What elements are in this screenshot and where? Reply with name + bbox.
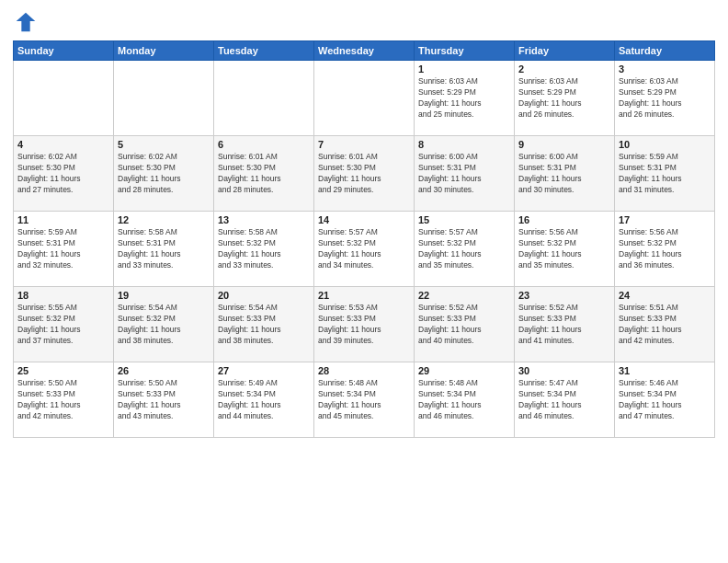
calendar-cell (314, 61, 415, 136)
day-number: 31 (619, 365, 711, 376)
day-number: 26 (118, 365, 210, 376)
day-number: 13 (218, 214, 310, 225)
day-number: 15 (418, 214, 510, 225)
day-info: Sunrise: 6:03 AM Sunset: 5:29 PM Dayligh… (518, 76, 610, 121)
day-number: 14 (318, 214, 410, 225)
day-info: Sunrise: 6:00 AM Sunset: 5:31 PM Dayligh… (518, 152, 610, 196)
day-info: Sunrise: 5:48 AM Sunset: 5:34 PM Dayligh… (418, 378, 510, 422)
calendar-cell: 14Sunrise: 5:57 AM Sunset: 5:32 PM Dayli… (314, 212, 415, 287)
svg-marker-0 (17, 13, 36, 32)
day-number: 19 (118, 290, 210, 301)
calendar-cell: 25Sunrise: 5:50 AM Sunset: 5:33 PM Dayli… (14, 362, 114, 438)
calendar-cell: 15Sunrise: 5:57 AM Sunset: 5:32 PM Dayli… (415, 212, 515, 287)
day-info: Sunrise: 5:49 AM Sunset: 5:34 PM Dayligh… (218, 378, 310, 422)
day-info: Sunrise: 5:58 AM Sunset: 5:31 PM Dayligh… (118, 227, 210, 271)
day-info: Sunrise: 5:54 AM Sunset: 5:32 PM Dayligh… (118, 303, 210, 347)
day-info: Sunrise: 5:55 AM Sunset: 5:32 PM Dayligh… (17, 303, 109, 347)
calendar-week-5: 25Sunrise: 5:50 AM Sunset: 5:33 PM Dayli… (14, 362, 715, 438)
calendar-cell: 18Sunrise: 5:55 AM Sunset: 5:32 PM Dayli… (14, 287, 114, 362)
weekday-header-thursday: Thursday (415, 41, 515, 61)
day-info: Sunrise: 5:59 AM Sunset: 5:31 PM Dayligh… (17, 227, 109, 271)
calendar-cell: 26Sunrise: 5:50 AM Sunset: 5:33 PM Dayli… (114, 362, 214, 438)
day-number: 22 (418, 290, 510, 301)
calendar-cell: 19Sunrise: 5:54 AM Sunset: 5:32 PM Dayli… (114, 287, 214, 362)
calendar-cell: 8Sunrise: 6:00 AM Sunset: 5:31 PM Daylig… (415, 136, 515, 212)
day-info: Sunrise: 5:50 AM Sunset: 5:33 PM Dayligh… (17, 378, 109, 422)
weekday-header-sunday: Sunday (14, 41, 114, 61)
logo (13, 9, 42, 35)
calendar-week-3: 11Sunrise: 5:59 AM Sunset: 5:31 PM Dayli… (14, 212, 715, 287)
calendar-cell: 12Sunrise: 5:58 AM Sunset: 5:31 PM Dayli… (114, 212, 214, 287)
day-number: 11 (17, 214, 109, 225)
calendar-cell: 6Sunrise: 6:01 AM Sunset: 5:30 PM Daylig… (214, 136, 314, 212)
calendar-cell: 5Sunrise: 6:02 AM Sunset: 5:30 PM Daylig… (114, 136, 214, 212)
day-number: 27 (218, 365, 310, 376)
day-info: Sunrise: 5:51 AM Sunset: 5:33 PM Dayligh… (619, 303, 711, 347)
calendar-cell (214, 61, 314, 136)
day-info: Sunrise: 6:03 AM Sunset: 5:29 PM Dayligh… (619, 76, 711, 121)
calendar-cell: 9Sunrise: 6:00 AM Sunset: 5:31 PM Daylig… (515, 136, 615, 212)
weekday-header-row: SundayMondayTuesdayWednesdayThursdayFrid… (14, 41, 715, 61)
day-info: Sunrise: 5:58 AM Sunset: 5:32 PM Dayligh… (218, 227, 310, 271)
weekday-header-wednesday: Wednesday (314, 41, 415, 61)
day-info: Sunrise: 5:53 AM Sunset: 5:33 PM Dayligh… (318, 303, 410, 347)
day-info: Sunrise: 6:00 AM Sunset: 5:31 PM Dayligh… (418, 152, 510, 196)
day-number: 1 (418, 63, 510, 75)
calendar-cell: 29Sunrise: 5:48 AM Sunset: 5:34 PM Dayli… (415, 362, 515, 438)
logo-icon (13, 9, 39, 35)
day-number: 28 (318, 365, 410, 376)
calendar-cell (114, 61, 214, 136)
day-info: Sunrise: 6:02 AM Sunset: 5:30 PM Dayligh… (118, 152, 210, 196)
day-number: 25 (17, 365, 109, 376)
calendar-week-2: 4Sunrise: 6:02 AM Sunset: 5:30 PM Daylig… (14, 136, 715, 212)
calendar-cell: 24Sunrise: 5:51 AM Sunset: 5:33 PM Dayli… (615, 287, 715, 362)
day-info: Sunrise: 5:52 AM Sunset: 5:33 PM Dayligh… (518, 303, 610, 347)
calendar-table: SundayMondayTuesdayWednesdayThursdayFrid… (13, 40, 715, 438)
header (13, 9, 715, 35)
weekday-header-saturday: Saturday (615, 41, 715, 61)
calendar-cell: 10Sunrise: 5:59 AM Sunset: 5:31 PM Dayli… (615, 136, 715, 212)
day-number: 7 (318, 139, 410, 150)
day-number: 23 (518, 290, 610, 301)
calendar-cell: 31Sunrise: 5:46 AM Sunset: 5:34 PM Dayli… (615, 362, 715, 438)
day-info: Sunrise: 6:01 AM Sunset: 5:30 PM Dayligh… (318, 152, 410, 196)
day-info: Sunrise: 5:56 AM Sunset: 5:32 PM Dayligh… (518, 227, 610, 271)
day-number: 20 (218, 290, 310, 301)
calendar-cell: 3Sunrise: 6:03 AM Sunset: 5:29 PM Daylig… (615, 61, 715, 136)
day-number: 18 (17, 290, 109, 301)
calendar-cell: 20Sunrise: 5:54 AM Sunset: 5:33 PM Dayli… (214, 287, 314, 362)
day-number: 8 (418, 139, 510, 150)
day-number: 24 (619, 290, 711, 301)
day-number: 10 (619, 139, 711, 150)
calendar-cell: 21Sunrise: 5:53 AM Sunset: 5:33 PM Dayli… (314, 287, 415, 362)
day-info: Sunrise: 5:56 AM Sunset: 5:32 PM Dayligh… (619, 227, 711, 271)
weekday-header-friday: Friday (515, 41, 615, 61)
day-info: Sunrise: 6:03 AM Sunset: 5:29 PM Dayligh… (418, 76, 510, 121)
day-number: 17 (619, 214, 711, 225)
weekday-header-monday: Monday (114, 41, 214, 61)
calendar-cell: 27Sunrise: 5:49 AM Sunset: 5:34 PM Dayli… (214, 362, 314, 438)
day-info: Sunrise: 6:02 AM Sunset: 5:30 PM Dayligh… (17, 152, 109, 196)
calendar-cell: 13Sunrise: 5:58 AM Sunset: 5:32 PM Dayli… (214, 212, 314, 287)
calendar-cell: 4Sunrise: 6:02 AM Sunset: 5:30 PM Daylig… (14, 136, 114, 212)
calendar-cell: 7Sunrise: 6:01 AM Sunset: 5:30 PM Daylig… (314, 136, 415, 212)
page: SundayMondayTuesdayWednesdayThursdayFrid… (0, 0, 728, 563)
calendar-cell: 2Sunrise: 6:03 AM Sunset: 5:29 PM Daylig… (515, 61, 615, 136)
calendar-cell: 16Sunrise: 5:56 AM Sunset: 5:32 PM Dayli… (515, 212, 615, 287)
calendar-cell (14, 61, 114, 136)
calendar-week-1: 1Sunrise: 6:03 AM Sunset: 5:29 PM Daylig… (14, 61, 715, 136)
calendar-cell: 28Sunrise: 5:48 AM Sunset: 5:34 PM Dayli… (314, 362, 415, 438)
day-info: Sunrise: 5:52 AM Sunset: 5:33 PM Dayligh… (418, 303, 510, 347)
day-number: 4 (17, 139, 109, 150)
day-info: Sunrise: 5:47 AM Sunset: 5:34 PM Dayligh… (518, 378, 610, 422)
calendar-cell: 30Sunrise: 5:47 AM Sunset: 5:34 PM Dayli… (515, 362, 615, 438)
day-info: Sunrise: 5:54 AM Sunset: 5:33 PM Dayligh… (218, 303, 310, 347)
day-number: 29 (418, 365, 510, 376)
day-number: 16 (518, 214, 610, 225)
calendar-cell: 11Sunrise: 5:59 AM Sunset: 5:31 PM Dayli… (14, 212, 114, 287)
calendar-cell: 1Sunrise: 6:03 AM Sunset: 5:29 PM Daylig… (415, 61, 515, 136)
calendar-cell: 17Sunrise: 5:56 AM Sunset: 5:32 PM Dayli… (615, 212, 715, 287)
day-info: Sunrise: 5:50 AM Sunset: 5:33 PM Dayligh… (118, 378, 210, 422)
day-info: Sunrise: 5:59 AM Sunset: 5:31 PM Dayligh… (619, 152, 711, 196)
day-number: 30 (518, 365, 610, 376)
